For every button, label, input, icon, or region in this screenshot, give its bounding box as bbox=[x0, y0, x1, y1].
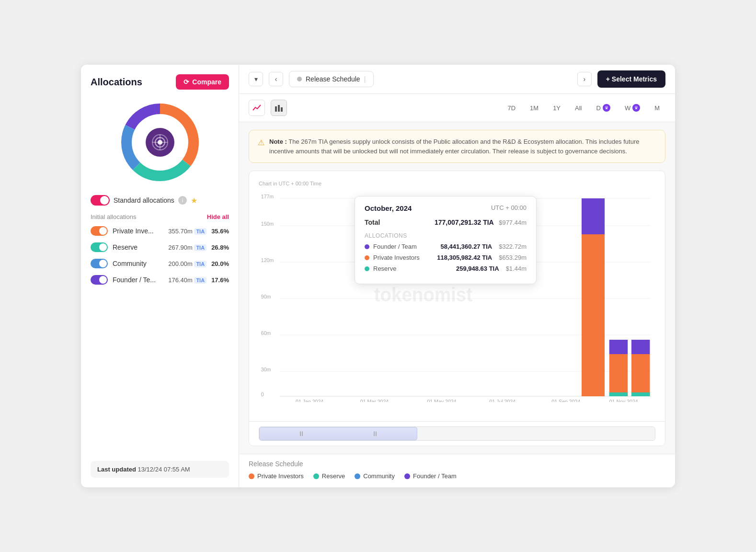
tooltip-header: October, 2024 UTC + 00:00 bbox=[365, 204, 527, 212]
alloc-pct-founder: 17.6% bbox=[211, 276, 229, 284]
tooltip-founder-name: Founder / Team bbox=[373, 243, 436, 250]
dropdown-button[interactable]: ▾ bbox=[249, 72, 263, 86]
last-updated-label: Last updated bbox=[97, 466, 136, 473]
compare-label: Compare bbox=[192, 78, 221, 86]
svg-text:01 Sep 2024: 01 Sep 2024 bbox=[551, 399, 580, 402]
tooltip-reserve-val: 259,948.63 TIA bbox=[456, 265, 499, 272]
svg-rect-9 bbox=[275, 106, 277, 112]
svg-rect-33 bbox=[582, 198, 605, 234]
tooltip-date: October, 2024 bbox=[365, 204, 412, 212]
community-toggle[interactable] bbox=[91, 259, 108, 268]
main-content: ▾ ‹ Release Schedule | › + Select Metric… bbox=[239, 65, 675, 487]
note-text: Note : The 267m TIA genesis supply unloc… bbox=[269, 137, 656, 156]
legend-dot-community bbox=[355, 473, 360, 479]
time-controls: 7D 1M 1Y All D ♛ W ♛ M bbox=[502, 101, 665, 115]
founder-toggle[interactable] bbox=[91, 275, 108, 285]
list-item: Reserve 267.90m TIA 26.8% bbox=[91, 242, 229, 252]
alloc-name-reserve: Reserve bbox=[113, 243, 163, 251]
bar-chart-button[interactable] bbox=[271, 100, 287, 116]
tooltip-private-val: 118,305,982.42 TIA bbox=[437, 254, 492, 261]
svg-text:0: 0 bbox=[261, 391, 264, 397]
tooltip-total-tia: 177,007,291.32 TIA bbox=[435, 218, 494, 226]
scroll-track[interactable]: ⏸ ⏸ bbox=[259, 426, 655, 441]
std-toggle-switch[interactable] bbox=[91, 195, 110, 206]
svg-text:01 Jan 2024: 01 Jan 2024 bbox=[296, 399, 323, 402]
list-item: Private Inve... 355.70m TIA 35.6% bbox=[91, 226, 229, 236]
release-schedule-pill[interactable]: Release Schedule | bbox=[289, 71, 374, 87]
all-button[interactable]: All bbox=[569, 102, 587, 115]
legend-item-reserve: Reserve bbox=[313, 472, 345, 480]
legend-label-community: Community bbox=[363, 472, 395, 480]
svg-text:90m: 90m bbox=[261, 294, 271, 299]
reserve-toggle[interactable] bbox=[91, 242, 108, 252]
alloc-amount-founder: 176.40m TIA bbox=[168, 276, 206, 284]
alloc-name-private: Private Inve... bbox=[113, 227, 163, 235]
7d-button[interactable]: 7D bbox=[502, 102, 521, 115]
svg-rect-38 bbox=[631, 340, 650, 354]
legend-item-community: Community bbox=[355, 472, 395, 480]
svg-text:01 Mar 2024: 01 Mar 2024 bbox=[360, 399, 389, 402]
tooltip-private-name: Private Investors bbox=[373, 254, 433, 261]
svg-rect-34 bbox=[609, 354, 628, 396]
note-label: Note : bbox=[269, 138, 287, 145]
tooltip-reserve-name: Reserve bbox=[373, 265, 452, 272]
w-button[interactable]: W ♛ bbox=[619, 101, 646, 115]
alloc-name-community: Community bbox=[113, 260, 163, 267]
tooltip-alloc-section: Allocations bbox=[365, 232, 527, 239]
token-logo bbox=[146, 128, 174, 157]
sidebar: Allocations ⟳ Compare bbox=[81, 65, 239, 487]
private-investors-toggle[interactable] bbox=[91, 226, 108, 236]
hide-all-button[interactable]: Hide all bbox=[207, 213, 229, 220]
line-chart-button[interactable] bbox=[249, 100, 265, 116]
sidebar-header: Allocations ⟳ Compare bbox=[91, 74, 229, 90]
back-button[interactable]: ‹ bbox=[269, 72, 283, 86]
svg-rect-37 bbox=[631, 354, 650, 396]
compare-button[interactable]: ⟳ Compare bbox=[176, 74, 229, 90]
note-content: The 267m TIA genesis supply unlock consi… bbox=[269, 138, 639, 155]
scroll-handle-right[interactable]: ⏸ bbox=[372, 430, 378, 437]
list-item: Community 200.00m TIA 20.0% bbox=[91, 259, 229, 268]
std-allocations-label: Standard allocations bbox=[114, 196, 174, 204]
alloc-pct-reserve: 26.8% bbox=[211, 244, 229, 251]
legend-title: Release Schedule bbox=[249, 460, 665, 468]
top-bar: ▾ ‹ Release Schedule | › + Select Metric… bbox=[239, 65, 675, 94]
info-icon[interactable]: i bbox=[178, 196, 187, 205]
pill-dot bbox=[297, 77, 302, 81]
d-button[interactable]: D ♛ bbox=[590, 101, 616, 115]
crown-badge-d: ♛ bbox=[603, 104, 610, 112]
initial-allocations-label: Initial allocations bbox=[91, 213, 136, 220]
1m-button[interactable]: 1M bbox=[524, 102, 544, 115]
svg-rect-11 bbox=[281, 107, 283, 112]
chart-area: Chart in UTC + 00:00 Time 177m 150m 120m… bbox=[249, 171, 665, 446]
1y-button[interactable]: 1Y bbox=[547, 102, 566, 115]
alloc-amount-private: 355.70m TIA bbox=[168, 228, 206, 235]
svg-rect-10 bbox=[278, 105, 280, 112]
svg-text:60m: 60m bbox=[261, 330, 271, 336]
tooltip-row: Private Investors 118,305,982.42 TIA $65… bbox=[365, 254, 527, 261]
last-updated: Last updated 13/12/24 07:55 AM bbox=[91, 461, 229, 478]
tooltip-total-value: 177,007,291.32 TIA $977.44m bbox=[435, 218, 527, 227]
select-metrics-button[interactable]: + Select Metrics bbox=[597, 70, 665, 88]
scroll-handle-left[interactable]: ⏸ bbox=[298, 430, 305, 437]
tooltip-founder-val: 58,441,360.27 TIA bbox=[440, 243, 492, 250]
scroll-thumb[interactable]: ⏸ ⏸ bbox=[259, 427, 417, 440]
standard-allocations-toggle: Standard allocations i ★ bbox=[91, 195, 229, 206]
release-schedule-label: Release Schedule bbox=[306, 75, 360, 83]
tooltip-reserve-usd: $1.44m bbox=[506, 265, 527, 272]
list-item: Founder / Te... 176.40m TIA 17.6% bbox=[91, 275, 229, 285]
forward-button[interactable]: › bbox=[577, 72, 592, 86]
legend-label-founder: Founder / Team bbox=[413, 472, 457, 480]
compare-icon: ⟳ bbox=[183, 78, 189, 86]
svg-text:tokenomist: tokenomist bbox=[374, 284, 472, 305]
alloc-name-founder: Founder / Te... bbox=[113, 276, 163, 284]
star-icon: ★ bbox=[191, 196, 197, 205]
tooltip-founder-usd: $322.72m bbox=[499, 243, 527, 250]
tooltip-utc: UTC + 00:00 bbox=[491, 204, 527, 212]
svg-rect-32 bbox=[582, 234, 605, 396]
crown-badge-w: ♛ bbox=[632, 104, 640, 112]
donut-chart bbox=[91, 99, 229, 185]
legend-item-private: Private Investors bbox=[249, 472, 304, 480]
m-button[interactable]: M bbox=[649, 102, 665, 115]
tooltip-row: Founder / Team 58,441,360.27 TIA $322.72… bbox=[365, 243, 527, 250]
svg-text:01 Nov 2024: 01 Nov 2024 bbox=[609, 399, 638, 402]
